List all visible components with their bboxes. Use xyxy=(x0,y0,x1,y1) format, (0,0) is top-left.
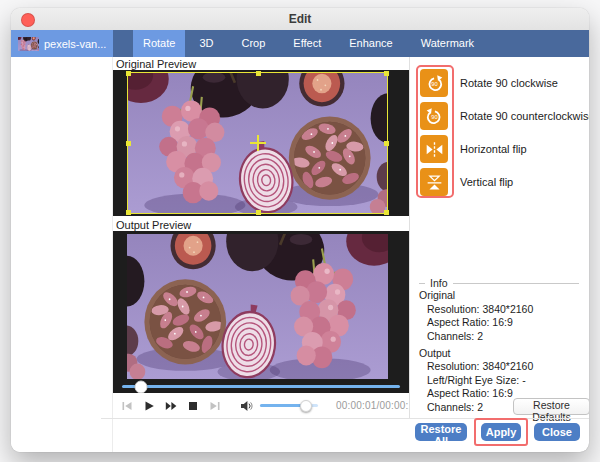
next-frame-icon[interactable] xyxy=(209,400,221,412)
crop-handle-e[interactable] xyxy=(384,141,389,146)
info-row: Channels: 2 xyxy=(419,330,579,342)
tab-watermark[interactable]: Watermark xyxy=(407,30,488,57)
info-row: Aspect Ratio: 16:9 xyxy=(419,316,579,328)
play-icon[interactable] xyxy=(143,400,155,412)
volume-icon[interactable] xyxy=(239,399,253,413)
vertical-flip-icon xyxy=(425,173,444,192)
crop-handle-ne[interactable] xyxy=(384,71,389,76)
original-preview-panel xyxy=(113,70,409,216)
svg-text:90: 90 xyxy=(431,81,437,87)
vertical-flip-label: Vertical flip xyxy=(460,176,513,188)
restore-all-button[interactable]: Restore All xyxy=(415,423,467,441)
info-row: Resolution: 3840*2160 xyxy=(419,360,579,372)
crop-handle-n[interactable] xyxy=(256,71,261,76)
tab-enhance[interactable]: Enhance xyxy=(335,30,406,57)
output-preview-label: Output Preview xyxy=(116,219,191,231)
edit-window: Edit pexels-van... Rotate 3D Crop Effect… xyxy=(11,8,589,452)
restore-defaults-button[interactable]: Restore Defaults xyxy=(513,398,589,415)
right-panel: 90 Rotate 90 clockwise 90 Rotate 90 coun… xyxy=(409,57,589,418)
tab-3d[interactable]: 3D xyxy=(185,30,227,57)
volume-control xyxy=(239,399,318,413)
divider xyxy=(101,418,589,419)
rotate-90-clockwise-row: 90 Rotate 90 clockwise xyxy=(420,69,589,97)
apply-button[interactable]: Apply xyxy=(481,423,521,441)
rotate-clockwise-icon: 90 xyxy=(425,74,444,93)
original-preview-label: Original Preview xyxy=(116,58,196,70)
tab-bar: pexels-van... Rotate 3D Crop Effect Enha… xyxy=(11,30,589,57)
rotate-90-clockwise-button[interactable]: 90 xyxy=(420,69,448,97)
rotate-90-counterclockwise-label: Rotate 90 counterclockwise xyxy=(460,110,589,122)
fast-forward-icon[interactable] xyxy=(165,400,177,412)
output-preview-panel xyxy=(113,231,409,393)
horizontal-flip-row: Horizontal flip xyxy=(420,135,589,163)
crop-region[interactable] xyxy=(127,72,388,214)
file-list-sidebar xyxy=(11,57,113,452)
info-group: Info Original Resolution: 3840*2160 Aspe… xyxy=(419,283,579,413)
info-legend: Info xyxy=(425,277,453,289)
rotate-counterclockwise-icon: 90 xyxy=(425,107,444,126)
volume-thumb[interactable] xyxy=(300,400,312,412)
seek-bar[interactable] xyxy=(122,385,400,388)
rotate-90-counterclockwise-row: 90 Rotate 90 counterclockwise xyxy=(420,102,589,130)
rotate-tools: 90 Rotate 90 clockwise 90 Rotate 90 coun… xyxy=(420,69,589,201)
crop-handle-nw[interactable] xyxy=(126,71,131,76)
info-output-heading: Output xyxy=(419,347,579,359)
vertical-flip-row: Vertical flip xyxy=(420,168,589,196)
playback-bar: 00:00:01/00:00:17 xyxy=(113,393,409,418)
window-title: Edit xyxy=(11,8,589,30)
rotate-90-counterclockwise-button[interactable]: 90 xyxy=(420,102,448,130)
time-display: 00:00:01/00:00:17 xyxy=(336,400,420,411)
horizontal-flip-label: Horizontal flip xyxy=(460,143,527,155)
output-preview-image xyxy=(127,234,388,379)
horizontal-flip-icon xyxy=(425,140,444,159)
horizontal-flip-button[interactable] xyxy=(420,135,448,163)
info-row: Resolution: 3840*2160 xyxy=(419,303,579,315)
tab-effect[interactable]: Effect xyxy=(279,30,335,57)
close-button[interactable]: Close xyxy=(534,423,580,441)
crop-center-crosshair-icon xyxy=(257,135,259,151)
tabs: Rotate 3D Crop Effect Enhance Watermark xyxy=(133,30,488,57)
crop-handle-w[interactable] xyxy=(126,141,131,146)
tab-rotate[interactable]: Rotate xyxy=(133,30,185,57)
rotate-90-clockwise-label: Rotate 90 clockwise xyxy=(460,77,558,89)
transport-controls xyxy=(121,400,221,412)
vertical-flip-button[interactable] xyxy=(420,168,448,196)
tab-crop[interactable]: Crop xyxy=(227,30,279,57)
previous-frame-icon[interactable] xyxy=(121,400,133,412)
seek-thumb[interactable] xyxy=(135,380,148,393)
crop-handle-sw[interactable] xyxy=(126,210,131,215)
sidebar-item-selected[interactable]: pexels-van... xyxy=(11,30,113,57)
info-original-heading: Original xyxy=(419,289,579,301)
sidebar-item-label: pexels-van... xyxy=(44,38,106,50)
volume-slider[interactable] xyxy=(260,404,318,407)
info-row: Left/Right Eye Size: - xyxy=(419,374,579,386)
crop-handle-s[interactable] xyxy=(256,210,261,215)
title-bar: Edit xyxy=(11,8,589,31)
svg-text:90: 90 xyxy=(431,114,437,120)
crop-handle-se[interactable] xyxy=(384,210,389,215)
stop-icon[interactable] xyxy=(187,400,199,412)
file-thumbnail xyxy=(18,37,39,51)
